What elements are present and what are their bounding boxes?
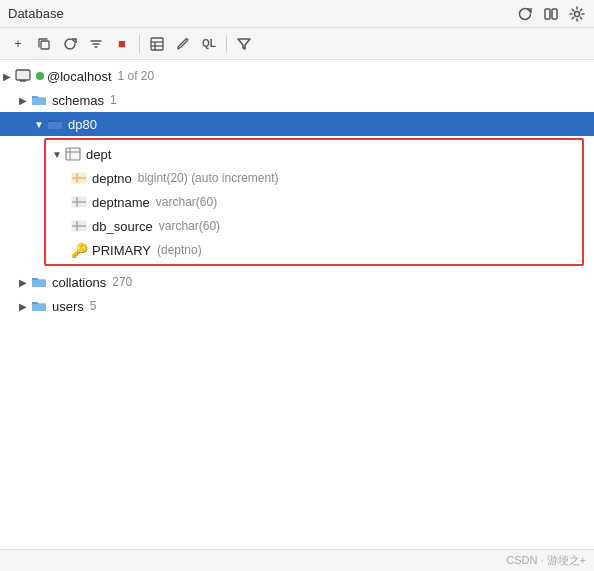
separator-2 — [226, 35, 227, 53]
localhost-meta: 1 of 20 — [118, 69, 155, 83]
column-icon-deptname — [70, 193, 88, 211]
folder-icon-dp80 — [46, 115, 64, 133]
schemas-arrow: ▶ — [16, 95, 30, 106]
tree-item-collations[interactable]: ▶ collations 270 — [0, 270, 594, 294]
svg-rect-11 — [16, 70, 30, 80]
db-source-label: db_source — [92, 219, 153, 234]
settings-icon[interactable] — [568, 5, 586, 23]
status-bar: CSDN · 游埂之+ — [0, 549, 594, 571]
svg-rect-3 — [41, 41, 49, 49]
sql-button[interactable]: QL — [197, 32, 221, 56]
panel-title: Database — [8, 6, 64, 21]
dept-label: dept — [86, 147, 111, 162]
users-arrow: ▶ — [16, 301, 30, 312]
svg-rect-7 — [151, 38, 163, 50]
users-label: users — [52, 299, 84, 314]
toolbar: + ■ QL — [0, 28, 594, 60]
localhost-label: @localhost — [47, 69, 112, 84]
deptname-meta: varchar(60) — [156, 195, 217, 209]
column-icon-db-source — [70, 217, 88, 235]
tree-item-users[interactable]: ▶ users 5 — [0, 294, 594, 318]
users-meta: 5 — [90, 299, 97, 313]
svg-rect-1 — [552, 9, 557, 19]
tree-item-deptname[interactable]: deptname varchar(60) — [46, 190, 582, 214]
deptno-label: deptno — [92, 171, 132, 186]
tree-item-dept[interactable]: ▼ dept — [46, 142, 582, 166]
copy-button[interactable] — [32, 32, 56, 56]
server-icon — [14, 67, 32, 85]
filter2-button[interactable] — [84, 32, 108, 56]
edit-button[interactable] — [171, 32, 195, 56]
tree-item-db-source[interactable]: db_source varchar(60) — [46, 214, 582, 238]
folder-icon-users — [30, 297, 48, 315]
split-icon[interactable] — [542, 5, 560, 23]
svg-point-2 — [575, 11, 580, 16]
tree-item-localhost[interactable]: ▶ @localhost 1 of 20 — [0, 64, 594, 88]
stop-button[interactable]: ■ — [110, 32, 134, 56]
folder-icon-schemas — [30, 91, 48, 109]
collations-meta: 270 — [112, 275, 132, 289]
dept-highlight-box: ▼ dept deptno bigint(20) (auto incre — [44, 138, 584, 266]
folder-icon-collations — [30, 273, 48, 291]
db-source-meta: varchar(60) — [159, 219, 220, 233]
table-view-button[interactable] — [145, 32, 169, 56]
deptname-label: deptname — [92, 195, 150, 210]
column-icon-deptno — [70, 169, 88, 187]
tree-panel: ▶ @localhost 1 of 20 ▶ schemas 1 ▼ — [0, 60, 594, 549]
svg-rect-14 — [66, 148, 80, 160]
separator-1 — [139, 35, 140, 53]
refresh-icon[interactable] — [516, 5, 534, 23]
table-icon-dept — [64, 145, 82, 163]
collations-arrow: ▶ — [16, 277, 30, 288]
title-bar: Database — [0, 0, 594, 28]
schemas-label: schemas — [52, 93, 104, 108]
primary-meta: (deptno) — [157, 243, 202, 257]
refresh-button[interactable] — [58, 32, 82, 56]
tree-item-deptno[interactable]: deptno bigint(20) (auto increment) — [46, 166, 582, 190]
tree-item-dp80[interactable]: ▼ dp80 — [0, 112, 594, 136]
dept-arrow: ▼ — [50, 149, 64, 160]
svg-rect-0 — [545, 9, 550, 19]
connection-status-dot — [36, 72, 44, 80]
tree-item-schemas[interactable]: ▶ schemas 1 — [0, 88, 594, 112]
title-bar-icons — [516, 5, 586, 23]
watermark: CSDN · 游埂之+ — [506, 553, 586, 568]
filter-button[interactable] — [232, 32, 256, 56]
dp80-arrow: ▼ — [32, 119, 46, 130]
tree-item-primary[interactable]: 🔑 PRIMARY (deptno) — [46, 238, 582, 262]
add-button[interactable]: + — [6, 32, 30, 56]
deptno-meta: bigint(20) (auto increment) — [138, 171, 279, 185]
schemas-meta: 1 — [110, 93, 117, 107]
key-icon-primary: 🔑 — [70, 241, 88, 259]
primary-label: PRIMARY — [92, 243, 151, 258]
dp80-label: dp80 — [68, 117, 97, 132]
localhost-arrow: ▶ — [0, 71, 14, 82]
collations-label: collations — [52, 275, 106, 290]
